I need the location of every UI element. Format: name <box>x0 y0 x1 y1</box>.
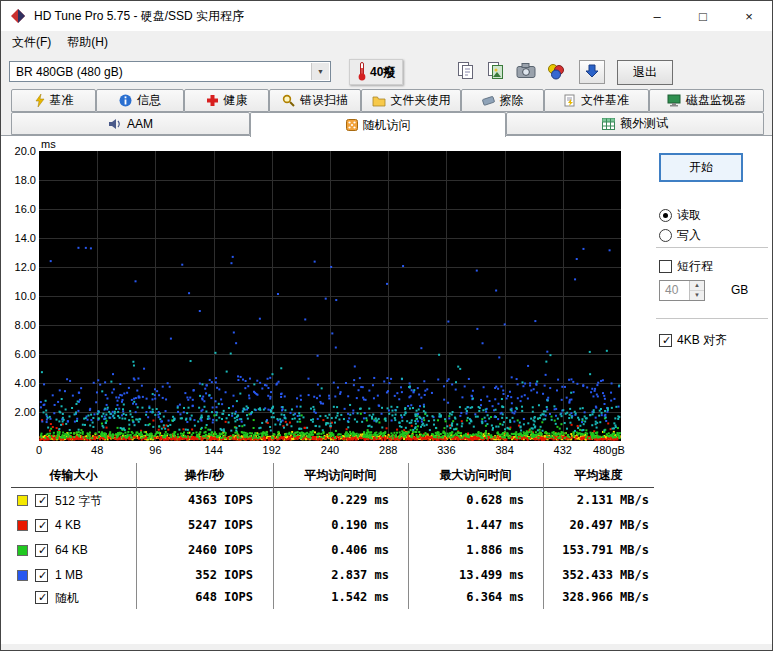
screenshot-button[interactable] <box>513 60 539 84</box>
tab-health[interactable]: 健康 <box>184 89 269 112</box>
tab-label: 随机访问 <box>363 117 411 134</box>
y-tick-label: 18.0 <box>15 174 36 186</box>
toolbar: BR 480GB (480 gB) ▼ 40癈 <box>1 54 772 89</box>
series-checkbox[interactable] <box>35 519 48 532</box>
thermometer-icon <box>357 61 367 84</box>
drive-select[interactable]: BR 480GB (480 gB) ▼ <box>9 61 331 82</box>
temperature-display: 40癈 <box>349 59 403 85</box>
file-benchmark-icon <box>564 94 576 107</box>
start-button-label: 开始 <box>689 159 713 176</box>
tab-benchmark[interactable]: 基准 <box>11 89 96 112</box>
tab-random-access[interactable]: 随机访问 <box>250 112 506 137</box>
avg-access-value: 0.229 ms <box>277 493 389 507</box>
x-tick-label: 336 <box>437 444 455 456</box>
series-label: 64 KB <box>55 543 88 557</box>
copy-text-icon <box>456 61 476 84</box>
y-tick-label: 20.0 <box>15 145 36 157</box>
x-tick-label: 384 <box>495 444 513 456</box>
health-cross-icon <box>206 94 219 107</box>
color-options-button[interactable] <box>543 60 569 84</box>
capacity-value: 40 <box>665 283 678 297</box>
series-swatch <box>17 520 28 531</box>
copy-text-button[interactable] <box>453 60 479 84</box>
read-radio[interactable] <box>659 209 672 222</box>
tab-disk-monitor[interactable]: 磁盘监视器 <box>649 89 764 112</box>
stepper-down-icon[interactable]: ▼ <box>690 291 704 300</box>
write-option[interactable]: 写入 <box>659 227 701 244</box>
magnifier-icon <box>282 94 295 107</box>
info-icon <box>119 94 132 107</box>
menu-file[interactable]: 文件(F) <box>4 31 59 54</box>
tab-label: 错误扫描 <box>300 92 348 109</box>
random-access-plot <box>39 151 621 441</box>
max-access-value: 1.447 ms <box>412 518 524 532</box>
x-tick-label: 48 <box>91 444 103 456</box>
start-button[interactable]: 开始 <box>659 153 743 182</box>
close-button[interactable]: × <box>726 1 772 31</box>
download-arrow-icon <box>584 63 600 82</box>
copy-image-button[interactable] <box>483 60 509 84</box>
tab-info[interactable]: 信息 <box>96 89 184 112</box>
tab-erase[interactable]: 擦除 <box>461 89 544 112</box>
speaker-icon <box>108 118 122 130</box>
save-screenshot-button[interactable] <box>579 60 605 84</box>
capacity-input[interactable]: 40 ▲ ▼ <box>659 280 705 301</box>
max-access-value: 1.886 ms <box>412 543 524 557</box>
series-label: 1 MB <box>55 568 83 582</box>
avg-speed-value: 2.131 MB/s <box>547 493 649 507</box>
x-tick-label: 288 <box>379 444 397 456</box>
menu-help[interactable]: 帮助(H) <box>59 31 116 54</box>
read-radio-label: 读取 <box>677 207 701 224</box>
iops-value: 2460 IOPS <box>141 543 253 557</box>
series-checkbox[interactable] <box>35 494 48 507</box>
series-checkbox[interactable] <box>35 544 48 557</box>
copy-image-icon <box>486 61 506 84</box>
read-option[interactable]: 读取 <box>659 207 701 224</box>
iops-value: 4363 IOPS <box>141 493 253 507</box>
series-checkbox[interactable] <box>35 569 48 582</box>
column-header-transfer-size: 传输大小 <box>11 467 136 484</box>
short-stroke-checkbox[interactable] <box>659 260 672 273</box>
series-swatch <box>17 495 28 506</box>
stepper-up-icon[interactable]: ▲ <box>690 281 704 291</box>
table-divider <box>408 463 409 609</box>
series-checkbox[interactable] <box>35 591 48 604</box>
chevron-down-icon[interactable]: ▼ <box>311 63 329 80</box>
title-bar: HD Tune Pro 5.75 - 硬盘/SSD 实用程序 – □ × <box>1 1 772 31</box>
write-radio[interactable] <box>659 229 672 242</box>
window-controls: – □ × <box>634 1 772 31</box>
x-tick-label: 96 <box>149 444 161 456</box>
column-header-iops: 操作/秒 <box>136 467 273 484</box>
short-stroke-option[interactable]: 短行程 <box>659 258 713 275</box>
maximize-button[interactable]: □ <box>680 1 726 31</box>
avg-speed-value: 20.497 MB/s <box>547 518 649 532</box>
tab-label: 额外测试 <box>620 115 668 132</box>
align-4kb-checkbox[interactable] <box>659 334 672 347</box>
max-access-value: 13.499 ms <box>412 568 524 582</box>
iops-value: 352 IOPS <box>141 568 253 582</box>
tab-label: 擦除 <box>500 92 524 109</box>
series-label: 随机 <box>55 590 79 607</box>
tab-aam[interactable]: AAM <box>11 112 250 135</box>
avg-access-value: 1.542 ms <box>277 590 389 604</box>
benchmark-icon <box>34 94 45 107</box>
tab-file-benchmark[interactable]: 文件基准 <box>544 89 649 112</box>
camera-icon <box>516 62 536 82</box>
exit-button[interactable]: 退出 <box>617 60 673 85</box>
x-tick-label: 192 <box>263 444 281 456</box>
avg-access-value: 2.837 ms <box>277 568 389 582</box>
tab-extra-tests[interactable]: 额外测试 <box>506 112 764 135</box>
tab-row-2: AAM 随机访问 额外测试 <box>11 112 764 137</box>
series-label: 4 KB <box>55 518 81 532</box>
palette-icon <box>546 62 566 83</box>
x-tick-label: 480gB <box>593 444 625 456</box>
minimize-button[interactable]: – <box>634 1 680 31</box>
align-option[interactable]: 4KB 对齐 <box>659 332 727 349</box>
dice-icon <box>346 119 358 131</box>
x-tick-label: 432 <box>554 444 572 456</box>
tab-label: AAM <box>127 117 153 131</box>
y-tick-label: 12.0 <box>15 261 36 273</box>
tab-folder-usage[interactable]: 文件夹使用 <box>361 89 461 112</box>
table-divider <box>543 463 544 609</box>
tab-error-scan[interactable]: 错误扫描 <box>269 89 361 112</box>
